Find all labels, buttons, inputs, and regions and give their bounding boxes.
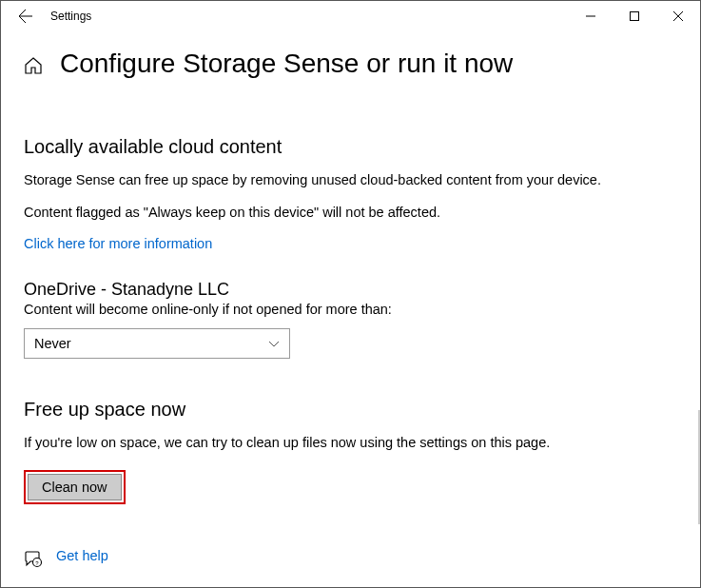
minimize-icon <box>586 11 595 21</box>
maximize-icon <box>630 11 639 21</box>
more-info-link[interactable]: Click here for more information <box>24 236 212 251</box>
help-icon: ? <box>24 550 43 569</box>
minimize-button[interactable] <box>569 1 613 31</box>
onedrive-heading: OneDrive - Stanadyne LLC <box>24 280 677 300</box>
home-icon <box>24 56 43 75</box>
titlebar: Settings <box>1 1 700 31</box>
free-space-heading: Free up space now <box>24 399 677 421</box>
cloud-desc-1: Storage Sense can free up space by remov… <box>24 171 677 190</box>
onedrive-desc: Content will become online-only if not o… <box>24 302 677 317</box>
svg-rect-0 <box>631 12 639 21</box>
close-button[interactable] <box>656 1 700 31</box>
back-button[interactable] <box>7 1 45 31</box>
cloud-desc-2: Content flagged as "Always keep on this … <box>24 204 677 223</box>
chat-help-icon: ? <box>24 550 43 569</box>
free-space-desc: If you're low on space, we can try to cl… <box>24 434 677 453</box>
highlight-annotation: Clean now <box>24 470 126 504</box>
chevron-down-icon <box>268 338 280 349</box>
get-help-link[interactable]: Get help <box>56 548 108 563</box>
back-arrow-icon <box>18 9 33 24</box>
maximize-button[interactable] <box>613 1 656 31</box>
page-title: Configure Storage Sense or run it now <box>60 49 513 79</box>
window-title: Settings <box>50 10 91 23</box>
onedrive-frequency-dropdown[interactable]: Never <box>24 328 290 359</box>
content-area: Locally available cloud content Storage … <box>1 85 700 588</box>
dropdown-selected-value: Never <box>34 336 71 351</box>
clean-now-button[interactable]: Clean now <box>28 474 122 500</box>
page-header: Configure Storage Sense or run it now <box>1 31 700 85</box>
window-controls <box>569 1 700 31</box>
cloud-section-heading: Locally available cloud content <box>24 136 677 158</box>
scrollbar[interactable] <box>698 410 700 524</box>
home-button[interactable] <box>24 56 43 75</box>
close-icon <box>673 11 683 21</box>
help-row: ? Get help <box>24 548 677 571</box>
